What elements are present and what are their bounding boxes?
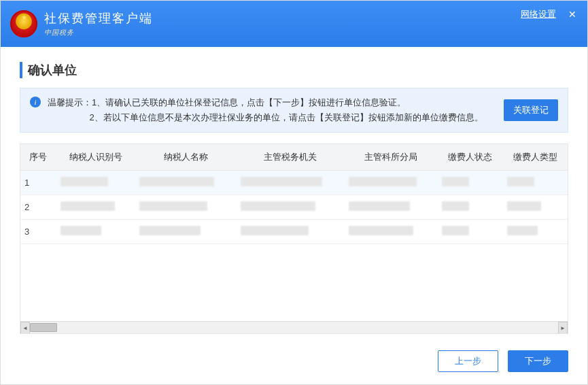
hint-line-1: 1、请确认已关联的单位社保登记信息，点击【下一步】按钮进行单位信息验证。 — [92, 97, 406, 107]
cell-redacted — [135, 220, 236, 244]
cell-redacted — [438, 220, 502, 244]
col-header-branch: 主管科所分局 — [345, 144, 438, 171]
cell-seq: 2 — [20, 195, 56, 220]
cell-redacted — [237, 220, 345, 244]
link-register-button[interactable]: 关联登记 — [504, 99, 558, 121]
hint-line-2: 2、若以下单位信息不是本次办理社保业务的单位，请点击【关联登记】按钮添加新的单位… — [89, 112, 483, 122]
cell-redacted — [503, 171, 568, 195]
cell-redacted — [438, 195, 502, 220]
cell-redacted — [135, 171, 236, 195]
logo-block: 社保费管理客户端 中国税务 — [10, 10, 153, 37]
cell-redacted — [56, 171, 136, 195]
section-title: 确认单位 — [20, 62, 568, 78]
table-row[interactable]: 2 — [20, 195, 568, 220]
cell-redacted — [345, 171, 438, 195]
sub-brand: 中国税务 — [44, 28, 153, 37]
scroll-right-icon[interactable]: ► — [558, 322, 568, 334]
footer-bar: 上一步 下一步 — [1, 341, 587, 382]
app-title: 社保费管理客户端 — [44, 10, 153, 27]
col-header-status: 缴费人状态 — [438, 144, 502, 171]
cell-redacted — [135, 195, 236, 220]
col-header-authority: 主管税务机关 — [237, 144, 345, 171]
cell-redacted — [56, 220, 136, 244]
cell-redacted — [237, 171, 345, 195]
table-row[interactable]: 1 — [20, 171, 568, 195]
unit-table-container: 序号 纳税人识别号 纳税人名称 主管税务机关 主管科所分局 缴费人状态 缴费人类… — [20, 144, 568, 334]
hint-label: 温馨提示： — [48, 97, 92, 107]
cell-redacted — [438, 171, 502, 195]
unit-table: 序号 纳税人识别号 纳税人名称 主管税务机关 主管科所分局 缴费人状态 缴费人类… — [20, 144, 568, 244]
col-header-taxid: 纳税人识别号 — [56, 144, 136, 171]
hint-panel: i 温馨提示：1、请确认已关联的单位社保登记信息，点击【下一步】按钮进行单位信息… — [20, 88, 568, 133]
scroll-left-icon[interactable]: ◄ — [20, 322, 30, 334]
cell-redacted — [503, 195, 568, 220]
network-settings-link[interactable]: 网络设置 — [521, 8, 556, 20]
cell-redacted — [56, 195, 136, 220]
col-header-seq: 序号 — [20, 144, 56, 171]
next-button[interactable]: 下一步 — [508, 350, 568, 372]
cell-redacted — [503, 220, 568, 244]
close-icon[interactable]: ✕ — [566, 7, 579, 21]
tax-emblem-icon — [10, 10, 37, 37]
scroll-thumb[interactable] — [30, 323, 57, 332]
cell-seq: 3 — [20, 220, 56, 244]
table-row[interactable]: 3 — [20, 220, 568, 244]
hint-text: 温馨提示：1、请确认已关联的单位社保登记信息，点击【下一步】按钮进行单位信息验证… — [48, 95, 497, 125]
col-header-type: 缴费人类型 — [503, 144, 568, 171]
prev-button[interactable]: 上一步 — [438, 350, 498, 372]
info-icon: i — [30, 97, 41, 107]
title-bar: 社保费管理客户端 中国税务 网络设置 ✕ — [1, 1, 587, 47]
cell-seq: 1 — [20, 171, 56, 195]
cell-redacted — [345, 195, 438, 220]
cell-redacted — [237, 195, 345, 220]
col-header-name: 纳税人名称 — [135, 144, 236, 171]
horizontal-scrollbar[interactable]: ◄ ► — [20, 321, 568, 333]
cell-redacted — [345, 220, 438, 244]
table-scroll[interactable]: 序号 纳税人识别号 纳税人名称 主管税务机关 主管科所分局 缴费人状态 缴费人类… — [20, 144, 568, 321]
